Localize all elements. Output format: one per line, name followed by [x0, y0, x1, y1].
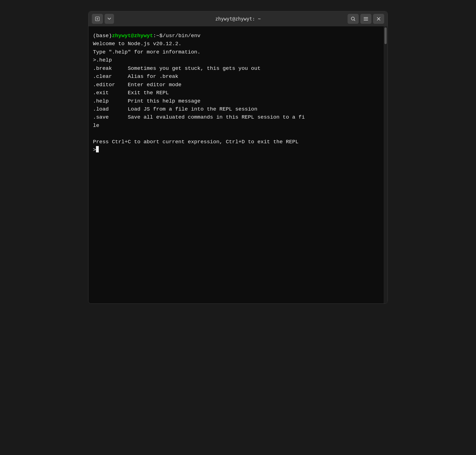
terminal-title: zhywyt@zhywyt: ~: [215, 16, 261, 22]
prompt2: >: [93, 56, 96, 64]
titlebar-left: [92, 14, 114, 24]
scrollbar[interactable]: [384, 26, 388, 303]
close-button[interactable]: [373, 14, 384, 24]
terminal-window: zhywyt@zhywyt: ~: [88, 11, 388, 304]
path: :~$: [153, 32, 163, 40]
help-line-exit: .exit Exit the REPL: [93, 89, 379, 97]
menu-button[interactable]: [360, 14, 371, 24]
blank-line: [93, 130, 379, 138]
prompt-line-1: (base) zhywyt@zhywyt:~$ /usr/bin/env: [93, 32, 379, 40]
welcome-line1: Welcome to Node.js v20.12.2.: [93, 40, 379, 48]
dropdown-button[interactable]: [105, 14, 114, 24]
help-line-help: .help Print this help message: [93, 97, 379, 105]
base-prefix: (base): [93, 32, 112, 40]
terminal-content[interactable]: (base) zhywyt@zhywyt:~$ /usr/bin/env Wel…: [88, 26, 384, 303]
final-prompt-line: >: [93, 146, 379, 154]
prompt-line-2: > .help: [93, 56, 379, 64]
svg-point-1: [351, 17, 355, 20]
search-button[interactable]: [348, 14, 359, 24]
welcome-line2: Type ".help" for more information.: [93, 48, 379, 56]
help-line-load: .load Load JS from a file into the REPL …: [93, 105, 379, 113]
user-host: zhywyt@zhywyt: [112, 32, 153, 40]
help-line-break: .break Sometimes you get stuck, this get…: [93, 65, 379, 73]
final-prompt: >: [93, 146, 96, 154]
cursor: [96, 146, 99, 152]
scrollbar-thumb[interactable]: [384, 27, 387, 44]
help-line-editor: .editor Enter editor mode: [93, 81, 379, 89]
titlebar: zhywyt@zhywyt: ~: [88, 11, 388, 26]
new-tab-button[interactable]: [92, 14, 103, 24]
help-line-clear: .clear Alias for .break: [93, 73, 379, 81]
help-line-save-cont: le: [93, 122, 379, 130]
terminal-body: (base) zhywyt@zhywyt:~$ /usr/bin/env Wel…: [88, 26, 388, 303]
command1: /usr/bin/env: [163, 32, 201, 40]
titlebar-right: [348, 14, 384, 24]
help-line-save: .save Save all evaluated commands in thi…: [93, 113, 379, 121]
footer-line: Press Ctrl+C to abort current expression…: [93, 138, 379, 146]
command2: .help: [96, 56, 112, 64]
